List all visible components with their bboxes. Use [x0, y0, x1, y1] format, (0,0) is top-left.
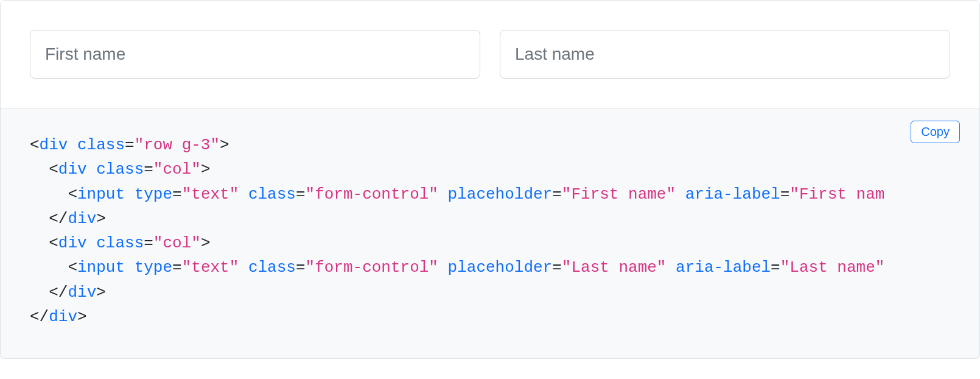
code-token: = — [771, 258, 780, 277]
code-token: < — [30, 160, 58, 179]
code-token: "First nam — [789, 185, 884, 204]
code-token: = — [144, 160, 153, 179]
code-token — [125, 258, 135, 277]
code-token — [239, 258, 248, 277]
code-token: placeholder — [448, 185, 553, 204]
code-token: input — [77, 185, 125, 204]
code-token: = — [144, 234, 153, 252]
code-token: = — [552, 185, 562, 204]
code-token: div — [58, 160, 87, 179]
code-token: < — [30, 258, 77, 277]
code-token: < — [30, 136, 40, 154]
code-token: > — [201, 160, 211, 179]
code-token — [438, 258, 448, 277]
code-token: aria-label — [676, 258, 771, 277]
code-token: "text" — [182, 185, 239, 204]
code-block: Copy <div class="row g-3"> <div class="c… — [0, 108, 980, 359]
code-token — [125, 185, 135, 204]
code-token: class — [77, 136, 125, 154]
code-token: class — [96, 160, 144, 179]
form-row — [30, 30, 950, 79]
code-token: input — [77, 258, 125, 277]
code-token: < — [30, 234, 58, 252]
code-token — [87, 160, 97, 179]
code-token: = — [172, 185, 182, 204]
code-token: = — [780, 185, 790, 204]
code-token: "text" — [182, 258, 239, 277]
code-token — [87, 234, 97, 252]
code-token: > — [220, 136, 229, 154]
code-token: = — [172, 258, 182, 277]
code-token: "col" — [153, 234, 201, 252]
code-token: type — [135, 185, 172, 204]
code-token: > — [77, 308, 87, 326]
form-col-last — [500, 30, 950, 79]
code-token: div — [68, 210, 96, 228]
code-token: "form-control" — [306, 185, 438, 204]
code-token: = — [296, 185, 306, 204]
code-token: "First name" — [562, 185, 676, 204]
code-token — [438, 185, 448, 204]
code-token: div — [68, 283, 96, 302]
copy-button[interactable]: Copy — [911, 121, 960, 143]
code-token: > — [201, 234, 211, 252]
code-token — [239, 185, 248, 204]
code-token: class — [248, 185, 296, 204]
code-token: class — [96, 234, 144, 252]
code-token — [666, 258, 676, 277]
example-preview — [1, 1, 979, 108]
code-token: "Last name" — [562, 258, 667, 277]
code-token: aria-label — [685, 185, 780, 204]
code-token — [676, 185, 685, 204]
code-token: "row g-3" — [135, 136, 220, 154]
code-token: > — [96, 283, 106, 302]
code-token: "Last name" — [780, 258, 885, 277]
code-token: "col" — [153, 160, 201, 179]
code-token: placeholder — [448, 258, 553, 277]
code-token: "form-control" — [306, 258, 438, 277]
code-token: </ — [30, 283, 68, 302]
example-container — [0, 0, 980, 108]
code-token: > — [96, 210, 106, 228]
code-token: < — [30, 185, 77, 204]
code-token: class — [248, 258, 296, 277]
code-token: </ — [30, 210, 68, 228]
last-name-input[interactable] — [500, 30, 950, 79]
code-token: div — [58, 234, 87, 252]
code-token: type — [135, 258, 172, 277]
code-token — [68, 136, 77, 154]
first-name-input[interactable] — [30, 30, 480, 79]
code-token: div — [49, 308, 77, 326]
code-token: = — [552, 258, 562, 277]
code-token: = — [125, 136, 135, 154]
code-token: </ — [30, 308, 49, 326]
code-token: div — [40, 136, 68, 154]
code-token: = — [296, 258, 306, 277]
code-snippet: <div class="row g-3"> <div class="col"> … — [30, 133, 950, 329]
form-col-first — [30, 30, 480, 79]
